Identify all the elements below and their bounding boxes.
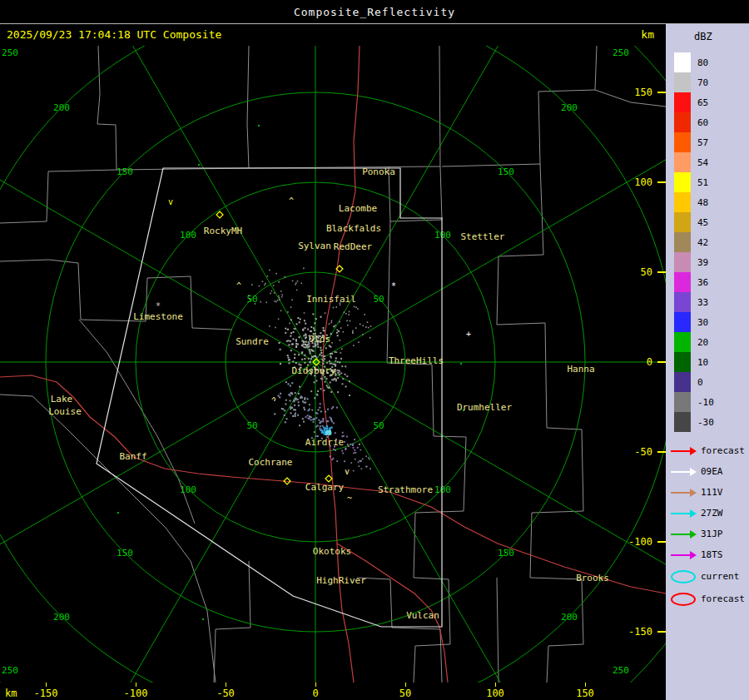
- dbz-scale-cell: [674, 332, 691, 352]
- page-title: Composite_Reflectivity: [294, 6, 455, 18]
- horizontal-axis-tick: [226, 683, 226, 687]
- range-ring-label: 250: [2, 47, 18, 58]
- dbz-scale-row: 60: [674, 112, 714, 132]
- legend-label: 31JP: [701, 529, 723, 539]
- radar-site-diamond-icon: [216, 211, 223, 218]
- dbz-scale-value: 57: [697, 137, 708, 148]
- city-label: Strathmore: [378, 484, 433, 495]
- header-bar: 2025/09/23 17:04:18 UTC Composite km: [0, 24, 666, 46]
- range-ring-label: 200: [561, 102, 578, 113]
- horizontal-axis-tick: [46, 683, 47, 687]
- range-ring-label: 150: [498, 548, 514, 559]
- legend-row: forecast: [669, 588, 745, 610]
- city-label: Limestone: [133, 311, 183, 322]
- dbz-scale-row: 51: [674, 172, 714, 192]
- dbz-scale-value: 48: [697, 197, 708, 208]
- dbz-scale-cell: [674, 352, 691, 372]
- radar-map: 2502001501005025020015010050250200150100…: [0, 46, 666, 683]
- range-ring-label: 50: [246, 420, 257, 431]
- dbz-scale-row: 33: [674, 292, 714, 312]
- range-ring-label: 100: [180, 230, 196, 241]
- storm-legend: forecast09EA111V27ZW31JP18TScurrentforec…: [669, 440, 745, 610]
- arrow-icon: [669, 529, 697, 539]
- map-symbol: ^: [289, 196, 294, 206]
- vertical-axis-unit-label: km: [641, 28, 654, 41]
- horizontal-axis-tick-label: 0: [312, 688, 318, 699]
- dbz-scale-value: 54: [697, 157, 708, 168]
- range-ring-label: 250: [613, 47, 629, 58]
- dbz-scale-row: 45: [674, 212, 714, 232]
- horizontal-axis-tick: [315, 683, 316, 687]
- range-ring-label: 250: [2, 665, 18, 676]
- legend-label: 09EA: [701, 466, 723, 477]
- vertical-axis-tick-label: -100: [628, 536, 652, 548]
- city-label: Cochrane: [249, 457, 293, 468]
- horizontal-axis-unit-label: km: [5, 688, 17, 699]
- horizontal-axis-tick: [136, 683, 136, 687]
- dbz-scale-value: 45: [697, 217, 708, 228]
- city-label: RedDeer: [334, 241, 373, 252]
- city-label: Sundre: [236, 336, 269, 347]
- dbz-scale-cell: [674, 172, 691, 192]
- range-ring-label: 200: [53, 612, 70, 623]
- dbz-scale-value: 10: [697, 357, 708, 368]
- legend-row: 27ZW: [669, 503, 745, 524]
- dbz-scale-value: 60: [697, 117, 708, 128]
- arrow-icon: [669, 446, 697, 456]
- range-ring-label: 200: [53, 102, 70, 113]
- map-symbol: ~: [347, 494, 352, 503]
- city-label: Vulcan: [406, 610, 439, 621]
- city-label: Innisfail: [306, 294, 356, 305]
- horizontal-axis-tick-label: -50: [216, 688, 235, 699]
- range-ring-label: 150: [117, 166, 133, 177]
- dbz-scale-value: 20: [697, 337, 708, 348]
- horizontal-axis-tick-label: -100: [124, 688, 148, 699]
- dbz-scale-value: 33: [697, 297, 708, 308]
- map-symbol: *: [156, 301, 161, 310]
- dbz-scale-value: 65: [697, 97, 708, 108]
- range-ring-label: 100: [434, 484, 451, 495]
- range-ring-label: 50: [373, 420, 384, 431]
- legend-label: forecast: [701, 593, 745, 604]
- dbz-scale-row: 0: [674, 372, 714, 392]
- city-label: Lacombe: [339, 203, 377, 214]
- range-ring-label: 50: [373, 294, 384, 305]
- city-label: Hanna: [567, 364, 594, 375]
- dbz-scale-row: 10: [674, 352, 714, 372]
- horizontal-axis: km -150-100-50050100150: [0, 683, 666, 700]
- dbz-scale-row: 70: [674, 72, 714, 92]
- dbz-scale-cell: [674, 52, 691, 72]
- legend-label: 27ZW: [701, 508, 723, 519]
- dbz-scale-value: 0: [697, 377, 703, 388]
- sidebar: dBZ 807065605754514845423936333020100-10…: [666, 24, 749, 700]
- dbz-scale-row: 80: [674, 52, 714, 72]
- dbz-scale-cell: [674, 272, 691, 292]
- city-label: Airdrie: [305, 437, 344, 448]
- city-label: Didsbury: [292, 365, 336, 376]
- dbz-scale-row: 20: [674, 332, 714, 352]
- city-label: Louise: [48, 406, 82, 417]
- ellipse-icon: [669, 591, 697, 608]
- city-label: RockyMH: [204, 226, 242, 236]
- dbz-scale-value: 30: [697, 317, 708, 328]
- dbz-scale-row: 39: [674, 252, 714, 272]
- range-ring-label: 100: [180, 484, 196, 495]
- range-ring-label: 200: [561, 612, 578, 623]
- map-symbol: +: [466, 330, 471, 339]
- arrow-icon: [669, 467, 697, 477]
- dbz-scale-value: -30: [697, 417, 714, 428]
- horizontal-axis-tick-label: -150: [34, 688, 58, 699]
- city-label: Olds: [309, 334, 331, 345]
- dbz-color-scale: 807065605754514845423936333020100-10-30: [674, 52, 714, 432]
- city-label: Blackfalds: [326, 223, 381, 234]
- city-label: Sylvan: [298, 241, 331, 251]
- legend-row: 31JP: [669, 524, 745, 544]
- arrow-icon: [669, 509, 697, 519]
- city-label: Banff: [119, 451, 146, 462]
- dbz-scale-cell: [674, 92, 691, 112]
- dbz-scale-cell: [674, 212, 691, 232]
- vertical-axis-tick-label: 150: [634, 87, 652, 98]
- dbz-scale-row: 48: [674, 192, 714, 212]
- dbz-scale-row: -30: [674, 412, 714, 432]
- dbz-scale-cell: [674, 112, 691, 132]
